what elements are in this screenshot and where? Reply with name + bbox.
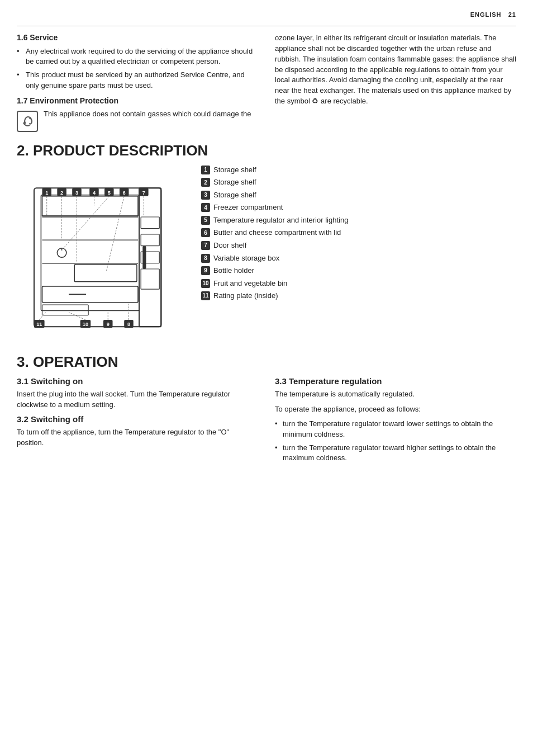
svg-text:7: 7 xyxy=(142,190,145,195)
part-label: Bottle holder xyxy=(213,266,254,276)
section-3-3-title: 3.3 Temperature regulation xyxy=(275,376,516,386)
svg-line-45 xyxy=(106,196,124,272)
part-label: Storage shelf xyxy=(213,165,256,175)
parts-list-item: 10Fruit and vegetable bin xyxy=(201,278,516,289)
svg-text:8: 8 xyxy=(127,322,130,327)
page-header: ENGLISH 21 xyxy=(17,11,516,20)
svg-text:4: 4 xyxy=(93,190,96,195)
env-text-left: This appliance does not contain gasses w… xyxy=(44,110,251,118)
svg-text:11: 11 xyxy=(36,322,42,327)
svg-rect-0 xyxy=(34,188,161,327)
svg-text:2: 2 xyxy=(60,190,63,195)
header-divider xyxy=(17,26,516,26)
parts-list-item: 11Rating plate (inside) xyxy=(201,291,516,301)
svg-rect-2 xyxy=(139,188,161,327)
list-item: Any electrical work required to do the s… xyxy=(17,46,258,67)
svg-text:5: 5 xyxy=(108,190,111,195)
svg-text:9: 9 xyxy=(107,322,110,327)
svg-line-44 xyxy=(63,196,110,249)
part-label: Rating plate (inside) xyxy=(213,291,278,301)
part-label: Temperature regulator and interior light… xyxy=(213,215,348,225)
svg-rect-17 xyxy=(42,305,88,315)
top-section: 1.6 Service Any electrical work required… xyxy=(17,33,516,132)
svg-rect-11 xyxy=(141,217,159,229)
parts-list-item: 3Storage shelf xyxy=(201,190,516,200)
section-3-3-intro2: To operate the appliance, proceed as fol… xyxy=(275,404,516,415)
part-label: Freezer compartment xyxy=(213,202,283,212)
part-number: 11 xyxy=(201,291,210,300)
section-3-3-list: turn the Temperature regulator toward lo… xyxy=(275,419,516,463)
section-3-header: 3. OPERATION xyxy=(17,353,516,371)
part-number: 1 xyxy=(201,166,210,174)
part-number: 5 xyxy=(201,216,210,225)
language-label: ENGLISH xyxy=(470,11,502,18)
section-3-1-body: Insert the plug into the wall socket. Tu… xyxy=(17,389,258,410)
section-3-right: 3.3 Temperature regulation The temperatu… xyxy=(275,376,516,466)
section-3-3-intro1: The temperature is automatically regulat… xyxy=(275,389,516,400)
section-1-7-title: 1.7 Environment Protection xyxy=(17,96,258,105)
svg-text:1: 1 xyxy=(45,190,48,195)
parts-list-item: 5Temperature regulator and interior ligh… xyxy=(201,215,516,225)
product-description-area: 1 2 3 4 5 6 7 11 10 xyxy=(17,165,516,340)
fridge-svg: 1 2 3 4 5 6 7 11 10 xyxy=(17,165,190,338)
env-text-right: ozone layer, in either its refrigerant c… xyxy=(275,33,516,107)
svg-rect-3 xyxy=(142,245,146,268)
env-protection-row: This appliance does not contain gasses w… xyxy=(17,110,258,132)
part-label: Storage shelf xyxy=(213,177,256,187)
left-column: 1.6 Service Any electrical work required… xyxy=(17,33,258,132)
part-number: 2 xyxy=(201,178,210,187)
svg-rect-14 xyxy=(141,269,159,289)
svg-text:6: 6 xyxy=(123,190,126,195)
svg-rect-12 xyxy=(141,234,159,246)
right-column: ozone layer, in either its refrigerant c… xyxy=(275,33,516,132)
part-label: Variable storage box xyxy=(213,253,279,263)
svg-rect-1 xyxy=(41,195,139,310)
parts-list: 1Storage shelf2Storage shelf3Storage she… xyxy=(201,165,516,304)
section-3-2-body: To turn off the appliance, turn the Temp… xyxy=(17,427,258,448)
part-number: 4 xyxy=(201,203,210,212)
list-item: turn the Temperature regulator toward hi… xyxy=(275,443,516,463)
svg-text:10: 10 xyxy=(83,322,88,327)
part-label: Butter and cheese compartment with lid xyxy=(213,228,341,238)
part-number: 9 xyxy=(201,266,210,275)
part-number: 8 xyxy=(201,254,210,263)
section-3-columns: 3.1 Switching on Insert the plug into th… xyxy=(17,376,516,466)
svg-line-48 xyxy=(69,312,85,319)
part-label: Storage shelf xyxy=(213,190,256,200)
section-1-6-list: Any electrical work required to do the s… xyxy=(17,46,258,91)
fridge-diagram: 1 2 3 4 5 6 7 11 10 xyxy=(17,165,190,340)
parts-list-item: 4Freezer compartment xyxy=(201,202,516,212)
recycle-icon xyxy=(17,111,38,132)
parts-list-item: 1Storage shelf xyxy=(201,165,516,175)
parts-list-item: 2Storage shelf xyxy=(201,177,516,187)
part-number: 7 xyxy=(201,241,210,250)
svg-rect-9 xyxy=(42,286,138,303)
parts-list-item: 7Door shelf xyxy=(201,240,516,251)
section-2-header: 2. PRODUCT DESCRIPTION xyxy=(17,142,516,159)
part-label: Door shelf xyxy=(213,240,246,251)
part-label: Fruit and vegetable bin xyxy=(213,278,287,289)
list-item: This product must be serviced by an auth… xyxy=(17,70,258,90)
svg-text:3: 3 xyxy=(75,190,78,195)
svg-rect-8 xyxy=(74,264,137,281)
list-item: turn the Temperature regulator toward lo… xyxy=(275,419,516,439)
part-number: 6 xyxy=(201,228,210,237)
part-number: 10 xyxy=(201,279,210,288)
part-number: 3 xyxy=(201,191,210,200)
page-number: 21 xyxy=(508,11,516,18)
parts-list-item: 8Variable storage box xyxy=(201,253,516,263)
section-3-left: 3.1 Switching on Insert the plug into th… xyxy=(17,376,258,466)
section-3-2-title: 3.2 Switching off xyxy=(17,414,258,424)
section-3-1-title: 3.1 Switching on xyxy=(17,376,258,386)
section-1-6-title: 1.6 Service xyxy=(17,33,258,42)
parts-list-item: 6Butter and cheese compartment with lid xyxy=(201,228,516,238)
parts-list-item: 9Bottle holder xyxy=(201,266,516,276)
